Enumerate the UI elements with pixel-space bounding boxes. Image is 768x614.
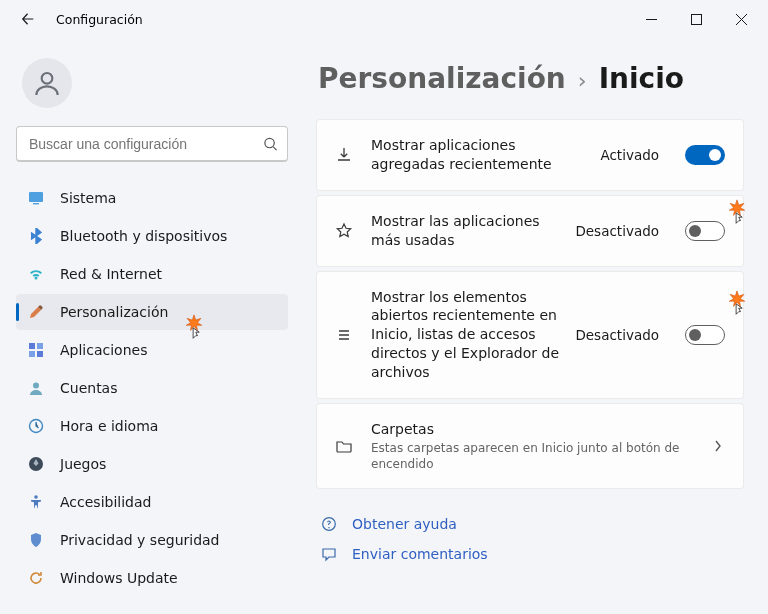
- svg-rect-4: [33, 203, 39, 204]
- setting-recently-added: Mostrar aplicaciones agregadas recientem…: [316, 119, 744, 191]
- search-box: [16, 126, 288, 162]
- search-input[interactable]: [16, 126, 288, 162]
- sidebar-item-label: Red & Internet: [60, 266, 162, 282]
- feedback-icon: [320, 545, 338, 563]
- setting-state-label: Desactivado: [575, 327, 659, 343]
- sidebar-item-label: Sistema: [60, 190, 116, 206]
- sidebar-item-label: Privacidad y seguridad: [60, 532, 220, 548]
- sidebar-item-label: Aplicaciones: [60, 342, 147, 358]
- nav-list: Sistema Bluetooth y dispositivos Red & I…: [16, 180, 288, 596]
- breadcrumb-current: Inicio: [599, 62, 684, 95]
- minimize-icon: [646, 14, 657, 25]
- svg-point-9: [33, 383, 39, 389]
- setting-title: Carpetas: [371, 420, 695, 439]
- folder-icon: [333, 437, 355, 455]
- setting-recent-items: Mostrar los elementos abiertos recientem…: [316, 271, 744, 399]
- accounts-icon: [28, 380, 44, 396]
- sidebar: Sistema Bluetooth y dispositivos Red & I…: [0, 38, 296, 614]
- breadcrumb: Personalización › Inicio: [318, 62, 744, 95]
- sidebar-item-label: Personalización: [60, 304, 168, 320]
- gaming-icon: [28, 456, 44, 472]
- update-icon: [28, 570, 44, 586]
- chevron-right-icon: [711, 439, 725, 453]
- sidebar-item-time[interactable]: Hora e idioma: [16, 408, 288, 444]
- close-icon: [736, 14, 747, 25]
- close-button[interactable]: [719, 4, 764, 34]
- back-button[interactable]: [16, 7, 40, 31]
- setting-state-label: Activado: [600, 147, 659, 163]
- sidebar-item-label: Hora e idioma: [60, 418, 158, 434]
- svg-rect-3: [29, 192, 43, 202]
- sidebar-item-label: Cuentas: [60, 380, 118, 396]
- svg-rect-6: [37, 343, 43, 349]
- setting-subtitle: Estas carpetas aparecen en Inicio junto …: [371, 441, 695, 472]
- titlebar: Configuración: [0, 0, 768, 38]
- setting-title: Mostrar las aplicaciones más usadas: [371, 212, 559, 250]
- list-icon: [333, 326, 355, 344]
- shield-icon: [28, 532, 44, 548]
- bluetooth-icon: [28, 228, 44, 244]
- feedback-link[interactable]: Enviar comentarios: [320, 545, 744, 563]
- chevron-right-icon: ›: [578, 68, 587, 93]
- star-icon: [333, 222, 355, 240]
- breadcrumb-parent[interactable]: Personalización: [318, 62, 566, 95]
- maximize-icon: [691, 14, 702, 25]
- sidebar-item-bluetooth[interactable]: Bluetooth y dispositivos: [16, 218, 288, 254]
- setting-state-label: Desactivado: [575, 223, 659, 239]
- sidebar-item-label: Windows Update: [60, 570, 178, 586]
- sidebar-item-apps[interactable]: Aplicaciones: [16, 332, 288, 368]
- person-icon: [31, 67, 63, 99]
- sidebar-item-accessibility[interactable]: Accesibilidad: [16, 484, 288, 520]
- help-links: Obtener ayuda Enviar comentarios: [316, 515, 744, 563]
- window-title: Configuración: [56, 12, 143, 27]
- svg-rect-7: [29, 351, 35, 357]
- svg-rect-8: [37, 351, 43, 357]
- link-label: Obtener ayuda: [352, 516, 457, 532]
- sidebar-item-update[interactable]: Windows Update: [16, 560, 288, 596]
- sidebar-item-gaming[interactable]: Juegos: [16, 446, 288, 482]
- wifi-icon: [28, 266, 44, 282]
- sidebar-item-label: Bluetooth y dispositivos: [60, 228, 227, 244]
- setting-folders[interactable]: Carpetas Estas carpetas aparecen en Inic…: [316, 403, 744, 489]
- setting-title: Mostrar los elementos abiertos recientem…: [371, 288, 559, 382]
- svg-point-12: [34, 495, 38, 499]
- sidebar-item-system[interactable]: Sistema: [16, 180, 288, 216]
- maximize-button[interactable]: [674, 4, 719, 34]
- clock-globe-icon: [28, 418, 44, 434]
- sidebar-item-label: Juegos: [60, 456, 106, 472]
- sidebar-item-accounts[interactable]: Cuentas: [16, 370, 288, 406]
- sidebar-item-privacy[interactable]: Privacidad y seguridad: [16, 522, 288, 558]
- toggle-most-used[interactable]: [685, 221, 725, 241]
- arrow-left-icon: [21, 12, 35, 26]
- svg-rect-0: [692, 14, 702, 24]
- setting-title: Mostrar aplicaciones agregadas recientem…: [371, 136, 584, 174]
- minimize-button[interactable]: [629, 4, 674, 34]
- sidebar-item-label: Accesibilidad: [60, 494, 151, 510]
- main-pane: Personalización › Inicio Mostrar aplicac…: [296, 38, 768, 614]
- search-icon: [263, 137, 278, 152]
- personalization-icon: [28, 304, 44, 320]
- help-icon: [320, 515, 338, 533]
- toggle-recent-items[interactable]: [685, 325, 725, 345]
- sidebar-item-network[interactable]: Red & Internet: [16, 256, 288, 292]
- link-label: Enviar comentarios: [352, 546, 488, 562]
- setting-most-used: Mostrar las aplicaciones más usadas Desa…: [316, 195, 744, 267]
- svg-rect-5: [29, 343, 35, 349]
- get-help-link[interactable]: Obtener ayuda: [320, 515, 744, 533]
- download-icon: [333, 146, 355, 164]
- toggle-recently-added[interactable]: [685, 145, 725, 165]
- sidebar-item-personalization[interactable]: Personalización: [16, 294, 288, 330]
- avatar[interactable]: [22, 58, 72, 108]
- svg-point-2: [265, 138, 274, 147]
- svg-point-1: [42, 73, 53, 84]
- accessibility-icon: [28, 494, 44, 510]
- apps-icon: [28, 342, 44, 358]
- system-icon: [28, 190, 44, 206]
